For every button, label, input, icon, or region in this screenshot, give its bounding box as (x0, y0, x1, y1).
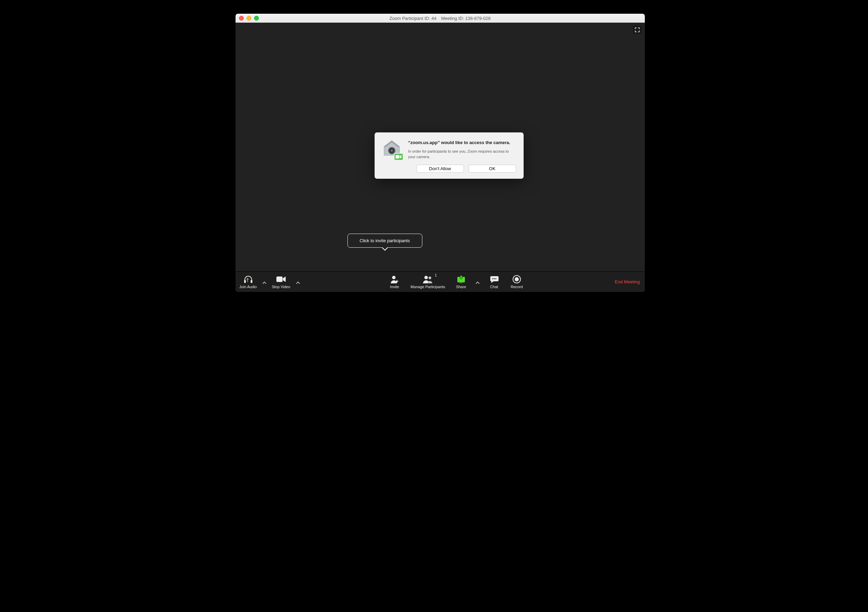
svg-rect-10 (395, 281, 398, 282)
window-traffic-lights (239, 16, 259, 20)
meeting-id-label: Meeting ID: 138-879-028 (441, 16, 491, 21)
dialog-message: In order for participants to see you, Zo… (408, 149, 516, 159)
chat-bubble-icon (489, 275, 499, 283)
meeting-toolbar: Join Audio Stop Video (236, 271, 645, 292)
svg-point-17 (495, 278, 496, 279)
invite-tooltip: Click to invite participants (347, 233, 422, 248)
invite-label: Invite (390, 285, 399, 289)
fullscreen-button[interactable] (633, 26, 642, 34)
dont-allow-button[interactable]: Don't Allow (417, 165, 464, 173)
meeting-video-area: “zoom.us.app” would like to access the c… (236, 23, 645, 272)
svg-point-15 (492, 278, 493, 279)
stop-video-button[interactable]: Stop Video (268, 275, 294, 289)
svg-rect-7 (276, 277, 282, 282)
svg-point-16 (494, 278, 495, 279)
svg-rect-14 (459, 283, 463, 283)
permission-icon (382, 140, 403, 160)
minimize-window-button[interactable] (246, 16, 251, 20)
maximize-window-button[interactable] (254, 16, 259, 20)
dialog-title: “zoom.us.app” would like to access the c… (408, 140, 516, 145)
svg-point-11 (425, 276, 428, 279)
invite-tooltip-label: Click to invite participants (360, 238, 410, 243)
chevron-up-icon (296, 281, 300, 284)
chevron-up-icon (476, 281, 480, 284)
window-titlebar: Zoom Participant ID: 44 Meeting ID: 138-… (236, 14, 645, 23)
invite-person-icon (390, 275, 399, 283)
share-button[interactable]: Share (451, 275, 471, 289)
stop-video-label: Stop Video (272, 285, 290, 289)
video-camera-icon (276, 276, 286, 283)
ok-button[interactable]: OK (469, 165, 516, 173)
svg-rect-5 (244, 280, 246, 283)
svg-point-2 (391, 150, 393, 152)
chevron-up-icon (262, 281, 267, 284)
manage-participants-button[interactable]: 1 Manage Participants (408, 275, 448, 289)
manage-participants-label: Manage Participants (411, 285, 445, 289)
svg-point-19 (515, 277, 519, 281)
video-options-caret[interactable] (294, 280, 301, 284)
camera-permission-dialog: “zoom.us.app” would like to access the c… (375, 133, 524, 179)
svg-point-8 (392, 276, 395, 279)
chat-label: Chat (490, 285, 498, 289)
camera-badge-icon (394, 153, 403, 161)
end-meeting-button[interactable]: End Meeting (615, 279, 640, 284)
svg-point-12 (428, 277, 431, 279)
participant-id-label: Zoom Participant ID: 44 (389, 16, 436, 21)
audio-options-caret[interactable] (261, 280, 268, 284)
share-screen-icon (457, 275, 466, 283)
share-label: Share (456, 285, 466, 289)
fullscreen-icon (635, 28, 640, 32)
share-options-caret[interactable] (474, 280, 481, 284)
close-window-button[interactable] (239, 16, 244, 20)
record-icon (513, 275, 521, 283)
svg-rect-4 (395, 155, 399, 159)
audio-up-arrow-icon (246, 278, 249, 282)
participants-icon (423, 275, 433, 283)
record-button[interactable]: Record (507, 275, 526, 289)
invite-button[interactable]: Invite (385, 275, 404, 289)
chat-button[interactable]: Chat (485, 275, 504, 289)
participants-count: 1 (435, 274, 437, 277)
zoom-window: Zoom Participant ID: 44 Meeting ID: 138-… (236, 14, 645, 292)
record-label: Record (511, 285, 522, 289)
join-audio-label: Join Audio (239, 285, 257, 289)
join-audio-button[interactable]: Join Audio (236, 275, 261, 289)
svg-rect-6 (251, 280, 253, 283)
